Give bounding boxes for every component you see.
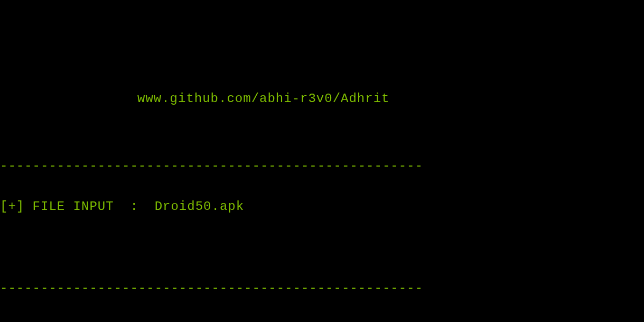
file-input-line: [+] FILE INPUT : Droid50.apk [0,197,644,217]
file-input-value: Droid50.apk [155,199,244,214]
file-input-label: [+] FILE INPUT : [0,199,155,214]
divider-line-2: ----------------------------------------… [0,278,644,298]
terminal-output: www.github.com/abhi-r3v0/Adhrit --------… [0,0,644,322]
package-name-label: [+] PACKAGE NAME [0,318,644,322]
divider-line-1: ----------------------------------------… [0,156,644,176]
repo-url: www.github.com/abhi-r3v0/Adhrit [0,89,644,109]
